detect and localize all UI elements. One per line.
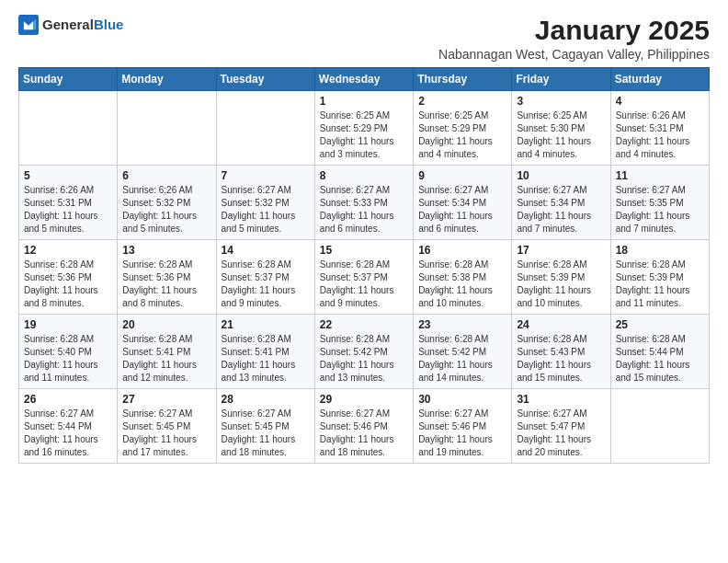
day-sunrise: Sunrise: 6:27 AM: [616, 185, 686, 195]
day-sunset: Sunset: 5:36 PM: [24, 272, 92, 282]
day-daylight: Daylight: 11 hours and 17 minutes.: [122, 434, 197, 457]
day-sunset: Sunset: 5:29 PM: [320, 123, 388, 133]
logo-blue: Blue: [94, 17, 124, 32]
day-sunset: Sunset: 5:40 PM: [24, 347, 92, 357]
day-number: 10: [517, 169, 605, 182]
table-row: [610, 389, 709, 464]
day-number: 27: [122, 393, 210, 406]
table-row: 26 Sunrise: 6:27 AM Sunset: 5:44 PM Dayl…: [19, 389, 118, 464]
day-sunrise: Sunrise: 6:27 AM: [24, 408, 94, 419]
day-number: 29: [320, 393, 408, 406]
header: GeneralBlue January 2025 Nabannagan West…: [18, 15, 710, 62]
table-row: 17 Sunrise: 6:28 AM Sunset: 5:39 PM Dayl…: [512, 240, 610, 315]
day-daylight: Daylight: 11 hours and 15 minutes.: [517, 360, 591, 383]
day-number: 16: [418, 244, 506, 257]
table-row: 11 Sunrise: 6:27 AM Sunset: 5:35 PM Dayl…: [610, 166, 709, 240]
day-daylight: Daylight: 11 hours and 14 minutes.: [418, 360, 493, 383]
day-number: 31: [517, 393, 605, 406]
day-daylight: Daylight: 11 hours and 4 minutes.: [517, 136, 591, 159]
day-daylight: Daylight: 11 hours and 11 minutes.: [24, 360, 98, 383]
day-sunrise: Sunrise: 6:28 AM: [517, 259, 586, 270]
calendar-week-row: 26 Sunrise: 6:27 AM Sunset: 5:44 PM Dayl…: [19, 389, 710, 464]
day-sunset: Sunset: 5:30 PM: [517, 123, 585, 133]
day-sunset: Sunset: 5:42 PM: [320, 347, 388, 357]
day-daylight: Daylight: 11 hours and 18 minutes.: [222, 434, 296, 457]
day-sunrise: Sunrise: 6:27 AM: [222, 408, 291, 419]
day-sunrise: Sunrise: 6:28 AM: [320, 259, 390, 270]
table-row: 22 Sunrise: 6:28 AM Sunset: 5:42 PM Dayl…: [314, 315, 413, 389]
header-sunday: Sunday: [19, 68, 118, 91]
day-sunrise: Sunrise: 6:28 AM: [122, 334, 192, 344]
day-sunset: Sunset: 5:32 PM: [122, 198, 190, 208]
day-sunrise: Sunrise: 6:28 AM: [418, 259, 488, 270]
day-sunrise: Sunrise: 6:27 AM: [222, 185, 291, 195]
day-sunset: Sunset: 5:41 PM: [222, 347, 290, 357]
day-daylight: Daylight: 11 hours and 20 minutes.: [517, 434, 591, 457]
calendar-week-row: 1 Sunrise: 6:25 AM Sunset: 5:29 PM Dayli…: [19, 91, 710, 166]
table-row: 2 Sunrise: 6:25 AM Sunset: 5:29 PM Dayli…: [414, 91, 512, 166]
day-sunset: Sunset: 5:39 PM: [616, 272, 684, 282]
header-monday: Monday: [118, 68, 216, 91]
day-sunset: Sunset: 5:36 PM: [122, 272, 190, 282]
day-sunset: Sunset: 5:31 PM: [24, 198, 92, 208]
day-daylight: Daylight: 11 hours and 7 minutes.: [517, 211, 591, 234]
day-number: 5: [24, 169, 112, 182]
day-sunrise: Sunrise: 6:27 AM: [320, 185, 390, 195]
table-row: 13 Sunrise: 6:28 AM Sunset: 5:36 PM Dayl…: [118, 240, 216, 315]
table-row: 4 Sunrise: 6:26 AM Sunset: 5:31 PM Dayli…: [610, 91, 709, 166]
day-daylight: Daylight: 11 hours and 6 minutes.: [320, 211, 394, 234]
day-sunrise: Sunrise: 6:27 AM: [517, 185, 586, 195]
day-sunset: Sunset: 5:33 PM: [320, 198, 388, 208]
table-row: 20 Sunrise: 6:28 AM Sunset: 5:41 PM Dayl…: [118, 315, 216, 389]
day-daylight: Daylight: 11 hours and 5 minutes.: [122, 211, 197, 234]
day-number: 7: [222, 169, 310, 182]
day-daylight: Daylight: 11 hours and 7 minutes.: [616, 211, 690, 234]
day-daylight: Daylight: 11 hours and 5 minutes.: [24, 211, 98, 234]
day-number: 17: [517, 244, 605, 257]
day-sunset: Sunset: 5:42 PM: [418, 347, 486, 357]
day-sunset: Sunset: 5:43 PM: [517, 347, 585, 357]
day-sunset: Sunset: 5:29 PM: [418, 123, 486, 133]
table-row: 18 Sunrise: 6:28 AM Sunset: 5:39 PM Dayl…: [610, 240, 709, 315]
table-row: [216, 91, 314, 166]
day-sunset: Sunset: 5:44 PM: [616, 347, 684, 357]
day-daylight: Daylight: 11 hours and 10 minutes.: [418, 285, 493, 308]
day-daylight: Daylight: 11 hours and 4 minutes.: [616, 136, 690, 159]
day-sunset: Sunset: 5:37 PM: [222, 272, 290, 282]
day-number: 24: [517, 318, 605, 331]
day-daylight: Daylight: 11 hours and 15 minutes.: [616, 360, 690, 383]
calendar-header-row: Sunday Monday Tuesday Wednesday Thursday…: [19, 68, 710, 91]
day-number: 2: [418, 95, 506, 108]
day-sunrise: Sunrise: 6:26 AM: [616, 110, 686, 121]
logo: GeneralBlue: [18, 15, 123, 35]
day-sunset: Sunset: 5:34 PM: [517, 198, 585, 208]
logo-icon: [18, 15, 39, 35]
calendar-week-row: 12 Sunrise: 6:28 AM Sunset: 5:36 PM Dayl…: [19, 240, 710, 315]
day-daylight: Daylight: 11 hours and 11 minutes.: [616, 285, 690, 308]
table-row: 3 Sunrise: 6:25 AM Sunset: 5:30 PM Dayli…: [512, 91, 610, 166]
table-row: 6 Sunrise: 6:26 AM Sunset: 5:32 PM Dayli…: [118, 166, 216, 240]
day-daylight: Daylight: 11 hours and 9 minutes.: [222, 285, 296, 308]
day-sunrise: Sunrise: 6:25 AM: [517, 110, 586, 121]
day-daylight: Daylight: 11 hours and 13 minutes.: [320, 360, 394, 383]
table-row: 23 Sunrise: 6:28 AM Sunset: 5:42 PM Dayl…: [414, 315, 512, 389]
day-daylight: Daylight: 11 hours and 13 minutes.: [222, 360, 296, 383]
header-saturday: Saturday: [610, 68, 709, 91]
table-row: 30 Sunrise: 6:27 AM Sunset: 5:46 PM Dayl…: [414, 389, 512, 464]
table-row: 29 Sunrise: 6:27 AM Sunset: 5:46 PM Dayl…: [314, 389, 413, 464]
table-row: 16 Sunrise: 6:28 AM Sunset: 5:38 PM Dayl…: [414, 240, 512, 315]
day-daylight: Daylight: 11 hours and 16 minutes.: [24, 434, 98, 457]
table-row: 28 Sunrise: 6:27 AM Sunset: 5:45 PM Dayl…: [216, 389, 314, 464]
calendar-week-row: 5 Sunrise: 6:26 AM Sunset: 5:31 PM Dayli…: [19, 166, 710, 240]
day-sunrise: Sunrise: 6:28 AM: [320, 334, 390, 344]
day-sunset: Sunset: 5:37 PM: [320, 272, 388, 282]
day-number: 13: [122, 244, 210, 257]
day-sunset: Sunset: 5:41 PM: [122, 347, 190, 357]
day-daylight: Daylight: 11 hours and 18 minutes.: [320, 434, 394, 457]
day-daylight: Daylight: 11 hours and 3 minutes.: [320, 136, 394, 159]
logo-text: GeneralBlue: [42, 17, 123, 33]
day-number: 8: [320, 169, 408, 182]
day-daylight: Daylight: 11 hours and 6 minutes.: [418, 211, 493, 234]
table-row: [19, 91, 118, 166]
day-daylight: Daylight: 11 hours and 4 minutes.: [418, 136, 493, 159]
